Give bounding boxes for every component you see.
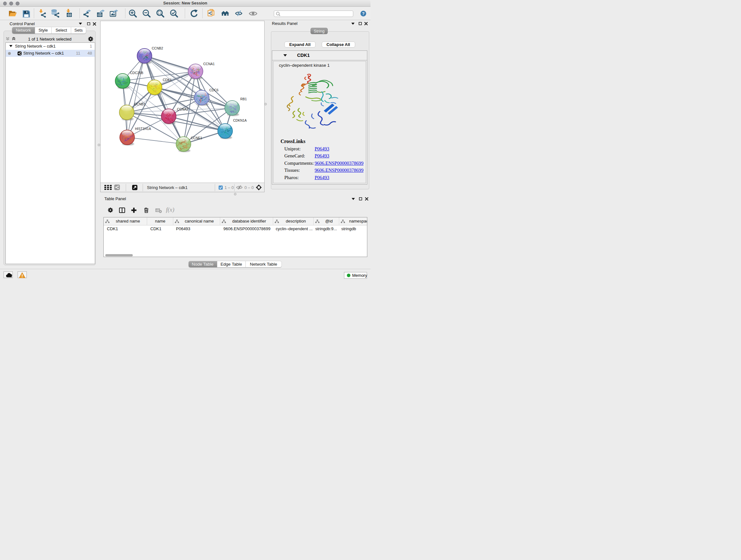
svg-text:CCNA2: CCNA2 [177,107,188,111]
svg-text:CDK1: CDK1 [163,78,172,82]
svg-text:CDC25B: CDC25B [130,71,143,75]
svg-text:?: ? [362,11,365,16]
svg-text:CCNB1: CCNB1 [134,102,145,106]
svg-text:CDKN1A: CDKN1A [233,118,247,122]
svg-text:HIST1H1A: HIST1H1A [135,127,151,131]
svg-text:CCNB2: CCNB2 [151,46,163,50]
svg-text:CCNE1: CCNE1 [191,136,202,140]
svg-text:RB1: RB1 [240,97,247,101]
svg-text:CDC6: CDC6 [209,88,219,92]
svg-text:CCNA1: CCNA1 [203,62,215,66]
